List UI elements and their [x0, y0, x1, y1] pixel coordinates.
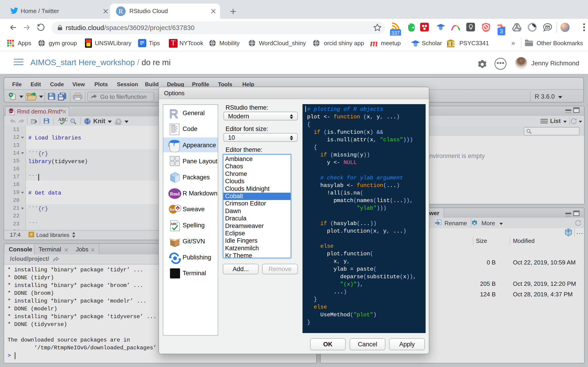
- svg-text:Rmd: Rmd: [170, 191, 180, 196]
- svg-text:ABC: ABC: [170, 222, 178, 226]
